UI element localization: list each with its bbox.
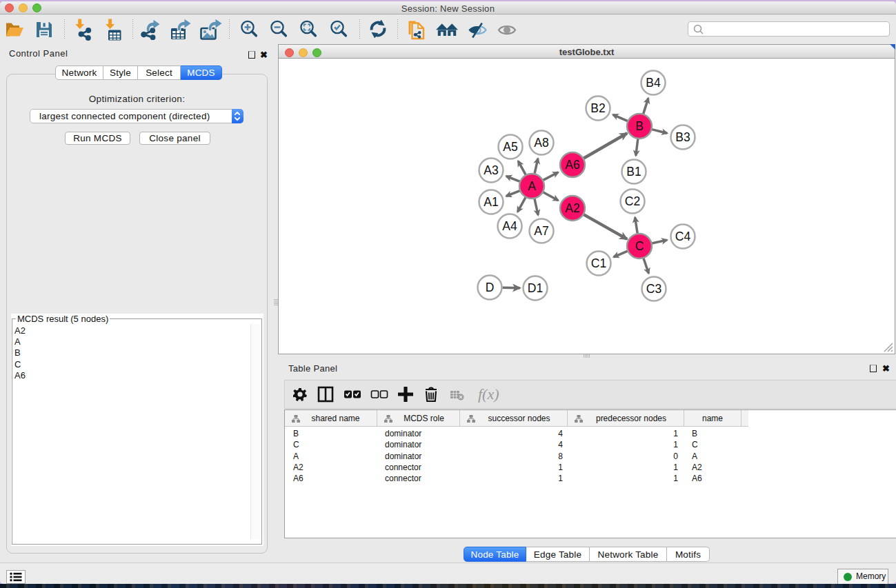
svg-text:A7: A7 [534, 224, 548, 238]
svg-text:A3: A3 [484, 163, 498, 177]
svg-text:B: B [635, 119, 644, 133]
svg-text:C2: C2 [625, 194, 640, 208]
svg-text:B1: B1 [626, 165, 641, 179]
svg-text:A8: A8 [534, 136, 548, 150]
svg-text:B3: B3 [675, 130, 690, 144]
svg-text:A1: A1 [484, 195, 498, 209]
svg-text:C3: C3 [646, 282, 661, 296]
svg-text:D: D [486, 281, 495, 294]
svg-text:A: A [528, 179, 536, 193]
svg-text:C1: C1 [591, 256, 606, 270]
svg-text:A5: A5 [503, 140, 517, 154]
svg-text:C: C [635, 239, 644, 253]
svg-text:A4: A4 [502, 219, 517, 233]
svg-text:f(x): f(x) [478, 385, 499, 403]
svg-text:A6: A6 [565, 158, 579, 172]
svg-text:B4: B4 [646, 76, 661, 90]
svg-text:D1: D1 [528, 281, 543, 295]
svg-text:B2: B2 [590, 101, 605, 115]
svg-text:C4: C4 [675, 230, 691, 243]
svg-text:A2: A2 [565, 201, 579, 215]
